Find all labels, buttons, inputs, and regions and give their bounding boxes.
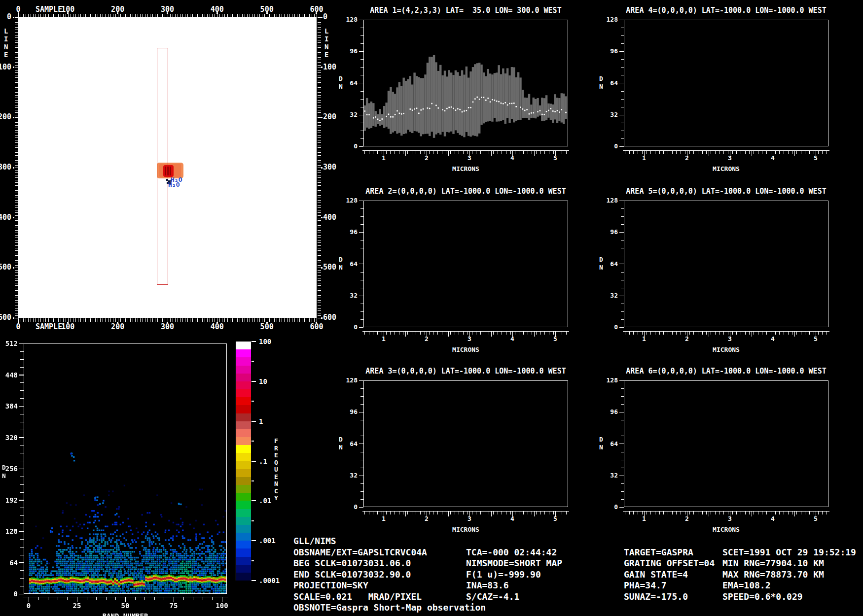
histogram-y-tick-label: 192: [5, 496, 18, 504]
histogram-y-tick-label: 64: [9, 559, 18, 566]
colorbar-segment: [236, 405, 251, 413]
spectrum-plot-box: [363, 380, 568, 507]
colorbar-tick-label: .0001: [259, 577, 280, 584]
colorbar-title-char: C: [274, 488, 278, 495]
spectrum-y-tick-label: 128: [607, 197, 618, 204]
spectrum-x-tick-label: 2: [425, 515, 429, 522]
map-top-ruler: [18, 14, 318, 17]
map-y-major-tick: [321, 67, 323, 68]
map-y-axis-title-char: N: [324, 43, 328, 51]
spectrum-x-tick-label: 4: [771, 336, 775, 342]
spectrum-plot-box: [624, 380, 828, 507]
info-line: S/CAZ=-4.1: [466, 592, 519, 602]
map-y-axis-title-char: I: [324, 35, 328, 43]
histogram-x-tick-label: 25: [73, 602, 81, 610]
spectrum-y-axis-title-char: D: [599, 436, 603, 443]
colorbar-segment: [236, 548, 251, 557]
info-line: INA=83.6: [466, 581, 509, 590]
spectrum-x-tick-label: 1: [382, 155, 386, 162]
colorbar-segment: [236, 557, 251, 565]
map-right-ruler: [318, 17, 321, 318]
spectrum-panel-title: AREA 6=(0,0,0,0) LAT=-1000.0 LON=-1000.0…: [626, 368, 826, 376]
colorbar-segment: [236, 517, 251, 525]
map-left-ruler: [15, 17, 18, 318]
info-line: EMA=108.2: [722, 581, 771, 590]
colorbar-minor-tick: [252, 560, 254, 561]
spectrum-y-axis-title-char: N: [339, 83, 343, 90]
map-y-tick-label: 100: [323, 64, 336, 71]
spectrum-y-axis-title-char: N: [599, 264, 603, 271]
spectrum-y-tick-label: 128: [607, 16, 618, 23]
spectrum-x-tick-label: 3: [728, 336, 732, 342]
spectrum-y-tick-label: 96: [610, 48, 618, 55]
spectrum-y-tick-label: 96: [350, 409, 358, 415]
spectrum-y-tick-label: 64: [610, 80, 618, 87]
colorbar-title-char: E: [274, 474, 278, 480]
spectrum-x-tick-label: 1: [382, 515, 386, 522]
spectrum-x-axis-title: MICRONS: [452, 526, 479, 533]
spectrum-x-tick-label: 1: [642, 336, 646, 342]
colorbar-segment: [236, 501, 251, 509]
colorbar-title-char: Y: [274, 495, 278, 502]
instrument-label: GLL/NIMS: [293, 537, 336, 546]
map-x-tick-label: 0: [16, 6, 20, 14]
spectrum-plot-box: [363, 201, 568, 327]
map-y-axis-title-char: I: [4, 35, 8, 43]
info-line: GRATING OFFSET=04: [624, 559, 715, 568]
spectrum-y-axis-title-char: N: [599, 83, 603, 90]
spectrum-panel-title: AREA 2=(0,0,0,0) LAT=-1000.0 LON=-1000.0…: [365, 188, 566, 196]
spectrum-y-tick-label: 32: [610, 111, 618, 118]
colorbar-major-tick: [252, 580, 256, 581]
info-line: NIMSMODE=SHORT MAP: [466, 559, 562, 568]
colorbar-gradient: [236, 342, 251, 581]
colorbar-title-char: R: [274, 445, 278, 452]
histogram-plot-box: [24, 343, 227, 594]
spectrum-x-tick-label: 3: [467, 155, 471, 162]
map-x-tick-label: 400: [211, 323, 224, 331]
colorbar-segment: [236, 374, 251, 382]
map-x-tick-label: 300: [161, 6, 174, 14]
colorbar-segment: [236, 541, 251, 549]
colorbar-minor-tick: [252, 441, 254, 442]
spectrum-x-tick-label: 3: [728, 155, 732, 162]
colorbar-tick-label: 100: [259, 338, 271, 345]
spectrum-y-axis-title-char: N: [339, 444, 343, 451]
map-bottom-ruler: [18, 318, 318, 322]
info-line: GAIN STATE=4: [624, 570, 688, 580]
spectrum-y-tick-label: 0: [614, 143, 618, 150]
map-y-tick-label: 600: [0, 314, 11, 322]
colorbar-major-tick: [252, 421, 256, 422]
colorbar-segment: [236, 493, 251, 501]
colorbar-segment: [236, 477, 251, 485]
colorbar-tick-label: 1: [259, 417, 263, 425]
histogram-y-tick-label: 448: [5, 371, 18, 378]
info-line: MIN RNG=77904.10 KM: [722, 559, 824, 568]
histogram-y-tick-label: 320: [5, 434, 18, 441]
colorbar-segment: [236, 357, 251, 366]
map-y-tick-label: 200: [0, 113, 11, 121]
colorbar-segment: [236, 533, 251, 541]
colorbar-major-tick: [252, 381, 256, 382]
h2o-annotation: H₂O: [168, 181, 180, 188]
info-line: BEG SCLK=01073031.06.0: [293, 559, 411, 568]
map-y-tick-label: 600: [323, 314, 336, 322]
histogram-y-major-ticks: [19, 343, 24, 594]
spectrum-x-tick-label: 5: [814, 336, 818, 342]
map-y-major-tick: [321, 17, 323, 18]
colorbar-title-char: F: [274, 438, 278, 445]
spectrum-y-tick-label: 64: [610, 441, 618, 447]
spectrum-y-tick-label: 128: [346, 16, 358, 23]
map-y-axis-title-char: E: [4, 51, 8, 59]
map-y-axis-title-char: L: [324, 28, 328, 35]
colorbar-segment: [236, 397, 251, 406]
spectrum-x-tick-label: 1: [642, 155, 646, 162]
area1-spectrum-chart: [364, 20, 568, 146]
colorbar-segment: [236, 349, 251, 358]
spectrum-x-axis-title: MICRONS: [713, 346, 740, 353]
histogram-y-tick-label: 0: [14, 590, 18, 598]
info-line: OBSNOTE=Gaspra Short-Map observation: [293, 603, 486, 613]
spectrum-x-tick-label: 2: [425, 155, 429, 162]
histogram-y-tick-label: 128: [5, 528, 18, 535]
map-y-major-tick: [321, 217, 323, 218]
spectrum-y-tick-label: 96: [350, 48, 358, 55]
